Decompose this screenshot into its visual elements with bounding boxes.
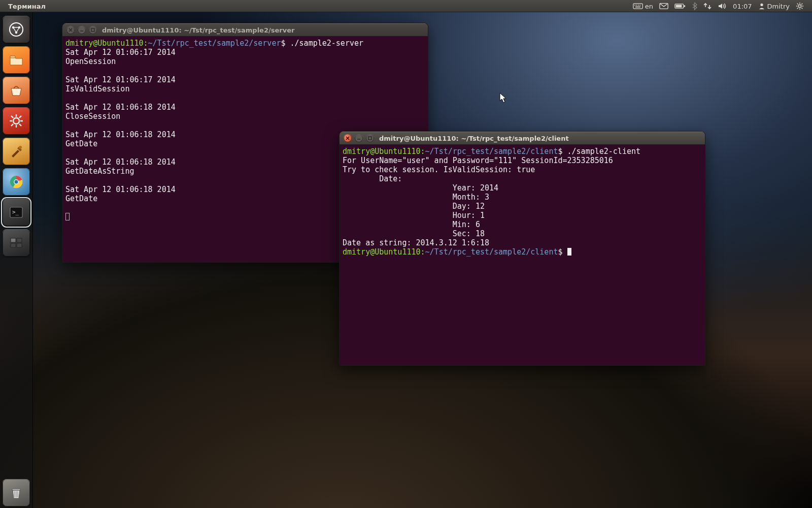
- software-center-icon: [8, 82, 25, 99]
- window-close-button[interactable]: [344, 134, 352, 142]
- svg-rect-27: [10, 56, 15, 58]
- svg-rect-47: [17, 243, 22, 247]
- launcher-tools[interactable]: [3, 138, 30, 165]
- volume-icon: [718, 2, 727, 10]
- svg-rect-4: [639, 5, 640, 6]
- keyboard-icon: [633, 3, 643, 10]
- minimize-icon: [79, 27, 84, 33]
- bluetooth-indicator[interactable]: [689, 0, 700, 12]
- prompt2-path-client: ~/Tst/rpc_test/sample2/client: [425, 247, 558, 257]
- browser-icon: [8, 173, 25, 190]
- cursor-server: [65, 213, 70, 220]
- launcher-dash[interactable]: [3, 16, 30, 43]
- files-icon: [8, 51, 25, 69]
- svg-rect-1: [634, 5, 635, 6]
- window-maximize-button[interactable]: [366, 134, 374, 142]
- output-server: Sat Apr 12 01:06:17 2014 OpenSession Sat…: [65, 48, 176, 203]
- window-close-button[interactable]: [66, 26, 75, 34]
- prompt-path-server: ~/Tst/rpc_test/sample2/server: [148, 39, 281, 48]
- launcher-terminal[interactable]: >_: [3, 199, 30, 226]
- maximize-icon: [90, 27, 95, 33]
- top-panel: Терминал en: [0, 0, 812, 12]
- window-minimize-button[interactable]: [78, 26, 86, 34]
- user-name: Dmitry: [765, 3, 790, 10]
- messaging-indicator[interactable]: [656, 0, 671, 12]
- svg-rect-53: [91, 28, 94, 31]
- cursor-client: [567, 248, 571, 256]
- session-indicator[interactable]: [793, 0, 807, 12]
- window-minimize-button[interactable]: [355, 134, 363, 142]
- svg-line-33: [11, 116, 13, 118]
- svg-text:>_: >_: [12, 209, 19, 215]
- trash-icon: [8, 484, 25, 501]
- titlebar-client[interactable]: dmitry@Ubuntu1110: ~/Tst/rpc_test/sample…: [340, 132, 705, 145]
- minimize-icon: [356, 136, 361, 141]
- user-icon: [758, 3, 765, 10]
- svg-rect-8: [684, 5, 686, 7]
- svg-point-41: [15, 180, 18, 184]
- keyboard-indicator[interactable]: en: [630, 0, 656, 12]
- bluetooth-icon: [692, 2, 697, 10]
- svg-line-19: [797, 8, 798, 9]
- svg-rect-3: [638, 5, 639, 6]
- workspace-switcher-icon: [8, 234, 25, 251]
- svg-point-28: [13, 118, 19, 124]
- svg-rect-5: [635, 7, 640, 8]
- prompt2-userhost-client: dmitry@Ubuntu1110: [343, 247, 421, 257]
- output-client: For UserName="user" and Password="111" S…: [343, 156, 613, 247]
- prompt-path-client: ~/Tst/rpc_test/sample2/client: [425, 147, 558, 156]
- window-maximize-button[interactable]: [89, 26, 97, 34]
- user-indicator[interactable]: Dmitry: [755, 0, 793, 12]
- maximize-icon: [367, 136, 373, 141]
- active-application-name: Терминал: [8, 3, 46, 10]
- svg-line-25: [13, 27, 16, 33]
- launcher-trash[interactable]: [3, 479, 30, 506]
- close-icon: [345, 136, 350, 141]
- window-title-client: dmitry@Ubuntu1110: ~/Tst/rpc_test/sample…: [379, 135, 569, 142]
- svg-rect-9: [676, 5, 682, 7]
- svg-point-37: [19, 146, 22, 149]
- svg-rect-46: [11, 243, 16, 247]
- battery-icon: [674, 3, 686, 10]
- svg-point-10: [760, 4, 763, 6]
- svg-rect-0: [633, 4, 642, 9]
- svg-line-34: [19, 124, 21, 126]
- clock-indicator[interactable]: 01:07: [730, 0, 755, 12]
- prompt-userhost-server: dmitry@Ubuntu1110: [65, 39, 144, 48]
- terminal-body-client[interactable]: dmitry@Ubuntu1110:~/Tst/rpc_test/sample2…: [340, 145, 705, 366]
- command-server: ./sample2-server: [290, 39, 364, 48]
- svg-line-17: [801, 8, 802, 9]
- keyboard-lang: en: [643, 3, 653, 10]
- terminal-icon: >_: [8, 204, 25, 221]
- titlebar-server[interactable]: dmitry@Ubuntu1110: ~/Tst/rpc_test/sample…: [62, 23, 428, 37]
- close-icon: [68, 27, 73, 33]
- svg-point-20: [10, 23, 23, 36]
- tools-icon: [8, 143, 25, 160]
- launcher-settings[interactable]: [3, 107, 30, 135]
- launcher-software-center[interactable]: [3, 77, 30, 104]
- window-title-server: dmitry@Ubuntu1110: ~/Tst/rpc_test/sample…: [102, 26, 294, 34]
- unity-launcher: >_: [0, 12, 33, 508]
- launcher-workspace-switcher[interactable]: [3, 229, 30, 257]
- svg-line-26: [16, 27, 19, 33]
- terminal-window-client[interactable]: dmitry@Ubuntu1110: ~/Tst/rpc_test/sample…: [339, 131, 705, 366]
- active-application-label: Терминал: [5, 0, 49, 12]
- sound-indicator[interactable]: [715, 0, 730, 12]
- svg-rect-44: [11, 238, 16, 242]
- svg-rect-45: [17, 238, 22, 242]
- launcher-files[interactable]: [3, 46, 30, 74]
- network-indicator[interactable]: [700, 0, 715, 12]
- gear-icon: [796, 2, 804, 10]
- svg-line-16: [797, 4, 798, 5]
- svg-rect-55: [368, 137, 371, 140]
- battery-indicator[interactable]: [671, 0, 689, 12]
- envelope-icon: [659, 3, 668, 10]
- svg-rect-2: [636, 5, 637, 6]
- dash-home-icon: [8, 21, 25, 38]
- clock-time: 01:07: [733, 3, 752, 10]
- launcher-browser[interactable]: [3, 168, 30, 196]
- svg-line-35: [19, 116, 21, 118]
- network-updown-icon: [703, 2, 712, 10]
- svg-line-18: [801, 4, 802, 5]
- svg-line-36: [11, 124, 13, 126]
